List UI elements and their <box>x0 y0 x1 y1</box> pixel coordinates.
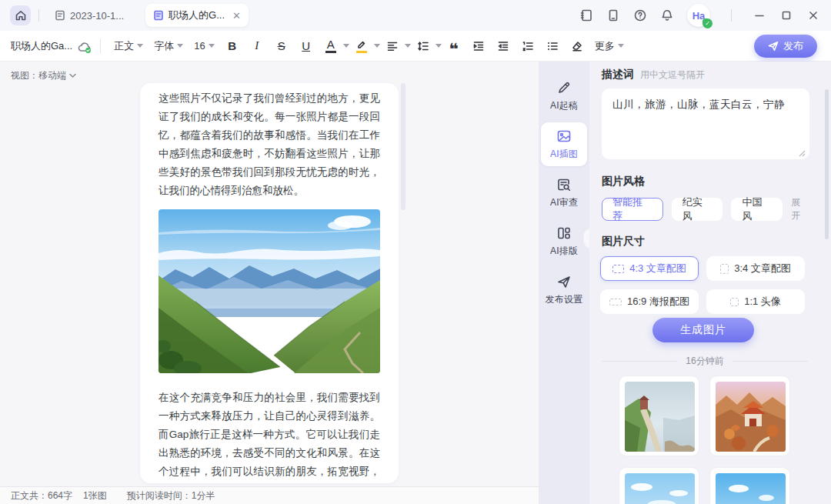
blockquote-button[interactable]: ❝ <box>444 36 464 56</box>
panel-collapse-handle[interactable] <box>582 229 589 249</box>
account-button[interactable]: Ha ✓ <box>687 4 710 27</box>
font-size-dropdown[interactable]: 16 <box>194 40 214 52</box>
history-timestamp: 16分钟前 <box>602 355 808 368</box>
rail-item-label: 发布设置 <box>546 293 583 306</box>
size-option-3-4[interactable]: 3:4 文章配图 <box>706 256 805 281</box>
paragraph[interactable]: 在这个充满竞争和压力的社会里，我们需要找到一种方式来释放压力，让自己的心灵得到滋… <box>159 389 380 483</box>
style-chip-chinese[interactable]: 中国风 <box>731 198 783 221</box>
help-button[interactable] <box>633 8 647 22</box>
bullet-list-button[interactable] <box>542 36 562 56</box>
history-thumbnail-sky-mountains-2[interactable] <box>709 467 790 504</box>
rail-item-ai-review[interactable]: AI审查 <box>541 171 587 215</box>
chevron-down-icon <box>69 73 76 78</box>
minimize-button[interactable] <box>753 8 766 22</box>
line-spacing-icon <box>417 40 429 52</box>
resize-handle-icon[interactable] <box>799 150 806 157</box>
document-icon <box>153 10 164 21</box>
size-option-16-9[interactable]: 16:9 海报配图 <box>600 289 699 314</box>
tab-current-doc[interactable]: 职场人的G... ✕ <box>145 4 249 27</box>
chevron-down-icon <box>374 44 380 48</box>
font-family-value: 字体 <box>154 39 174 53</box>
style-chip-smart[interactable]: 智能推荐 <box>602 198 663 221</box>
paragraph-style-dropdown[interactable]: 正文 <box>114 39 143 53</box>
rail-item-publish-settings[interactable]: 发布设置 <box>541 268 587 312</box>
ai-illustration-panel: 描述词 用中文逗号隔开 山川，旅游，山脉，蓝天白云，宁静 图片风格 智能推荐 纪… <box>589 62 831 504</box>
word-count: 正文共：664字 <box>11 489 72 502</box>
statusbar: 正文共：664字 1张图 预计阅读时间：1分半 <box>0 486 539 504</box>
device-preview-button[interactable] <box>606 8 620 22</box>
size-option-4-3[interactable]: 4:3 文章配图 <box>600 256 699 281</box>
clear-format-button[interactable] <box>567 36 587 56</box>
paragraph[interactable]: 这些照片不仅记录了我们曾经到过的地方，更见证了我们的成长和变化。每一张照片都是一… <box>159 89 380 200</box>
chevron-down-icon <box>209 44 215 48</box>
more-dropdown[interactable]: 更多 <box>595 39 624 53</box>
prompt-input[interactable]: 山川，旅游，山脉，蓝天白云，宁静 <box>602 88 809 159</box>
image-icon <box>556 129 572 144</box>
autumn-temple-image <box>716 382 786 452</box>
bullet-list-icon <box>546 40 559 52</box>
notifications-button[interactable] <box>660 8 674 22</box>
size-option-1-1[interactable]: 1:1 头像 <box>706 289 805 314</box>
paper-plane-icon <box>556 274 572 289</box>
highlight-control[interactable] <box>349 36 380 56</box>
panel-scrollbar[interactable] <box>825 89 829 239</box>
divider <box>38 9 39 22</box>
generate-image-button[interactable]: 生成图片 <box>652 318 754 342</box>
format-toolbar: 职场人的Ga... 正文 字体 16 B I S U A <box>0 31 831 62</box>
document-page[interactable]: 这些照片不仅记录了我们曾经到过的地方，更见证了我们的成长和变化。每一张照片都是一… <box>140 83 399 483</box>
rail-item-label: AI插图 <box>550 148 578 161</box>
rail-item-label: AI审查 <box>550 196 578 209</box>
rail-item-ai-layout[interactable]: AI排版 <box>541 219 587 263</box>
rail-item-label: AI起稿 <box>550 99 578 112</box>
ordered-list-button[interactable] <box>518 36 538 56</box>
editor-canvas: 视图：移动端 这些照片不仅记录了我们曾经到过的地方，更见证了我们的成长和变化。每… <box>0 62 539 486</box>
font-color-control[interactable]: A <box>319 36 349 56</box>
history-thumbnails <box>619 375 794 504</box>
sky-green-slope-image <box>716 473 786 504</box>
tab-close-icon[interactable]: ✕ <box>232 10 241 22</box>
journal-button[interactable] <box>579 8 593 22</box>
align-control[interactable] <box>380 36 411 56</box>
chevron-down-icon <box>436 44 442 48</box>
highlight-swatch <box>356 51 367 53</box>
chevron-down-icon <box>405 44 411 48</box>
ratio-3-4-icon <box>720 264 729 274</box>
italic-button[interactable]: I <box>247 36 267 56</box>
more-label: 更多 <box>595 39 615 53</box>
titlebar: 2023-10-1... 职场人的G... ✕ Ha ✓ <box>0 0 831 31</box>
pen-icon <box>556 80 572 95</box>
tab-recent-doc[interactable]: 2023-10-1... <box>47 4 132 27</box>
home-button[interactable] <box>10 5 31 25</box>
history-time-label: 16分钟前 <box>686 355 723 368</box>
strikethrough-button[interactable]: S <box>272 36 292 56</box>
app-window: 2023-10-1... 职场人的G... ✕ Ha ✓ <box>0 0 831 504</box>
article-mountain-image[interactable] <box>159 209 380 373</box>
indent-increase-button[interactable] <box>469 36 489 56</box>
prompt-section-title: 描述词 <box>602 68 634 82</box>
history-thumbnail-autumn-temple[interactable] <box>709 375 790 456</box>
view-mode-dropdown[interactable]: 视图：移动端 <box>11 69 76 82</box>
size-option-label: 1:1 头像 <box>744 295 781 309</box>
expand-link[interactable]: 展开 <box>791 196 809 222</box>
font-family-dropdown[interactable]: 字体 <box>154 39 183 53</box>
document-scrollbar[interactable] <box>401 83 405 210</box>
line-spacing-control[interactable] <box>411 36 442 56</box>
publish-button[interactable]: 发布 <box>754 35 817 58</box>
history-thumbnail-sky-mountains-1[interactable] <box>619 467 699 504</box>
maximize-button[interactable] <box>779 8 793 22</box>
history-thumbnail-great-wall[interactable] <box>619 375 699 456</box>
underline-button[interactable]: U <box>296 36 316 56</box>
rail-item-ai-illustration[interactable]: AI插图 <box>541 122 587 166</box>
sky-mountains-image <box>625 473 695 504</box>
highlighter-icon <box>356 39 367 50</box>
rail-item-ai-draft[interactable]: AI起稿 <box>541 74 587 118</box>
style-chip-documentary[interactable]: 纪实风 <box>672 198 723 221</box>
size-section-title: 图片尺寸 <box>602 235 831 249</box>
verified-badge-icon: ✓ <box>703 18 713 28</box>
sync-status <box>77 40 92 52</box>
close-window-button[interactable] <box>806 8 820 22</box>
indent-decrease-button[interactable] <box>493 36 513 56</box>
publish-label: 发布 <box>783 39 803 53</box>
style-section-title: 图片风格 <box>602 175 831 189</box>
bold-button[interactable]: B <box>222 36 242 56</box>
